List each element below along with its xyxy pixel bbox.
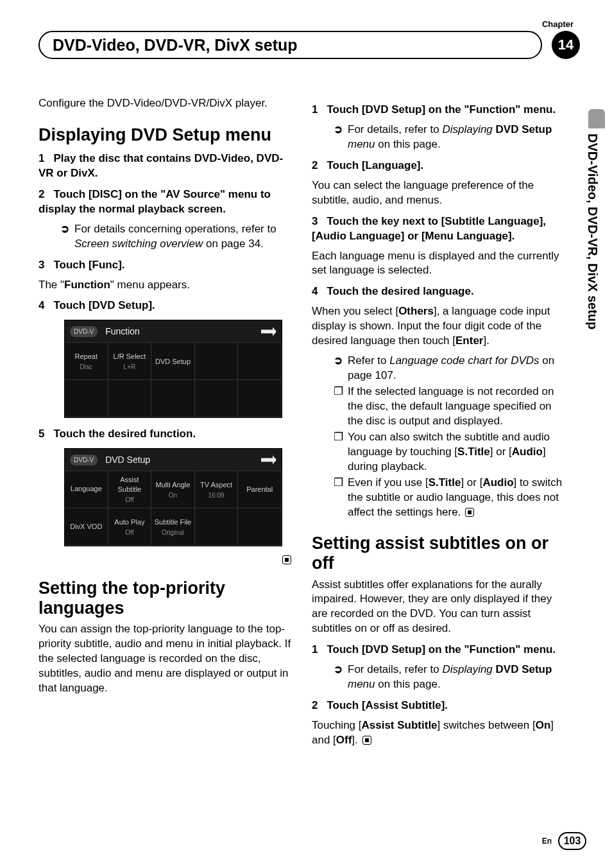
r-step-4-note-c: ❐ Even if you use [S.Title] or [Audio] t…	[334, 476, 568, 520]
pointer-icon: ➲	[334, 123, 348, 152]
ss-cell-dvd-setup[interactable]: DVD Setup	[151, 343, 195, 380]
box-icon: ❐	[334, 385, 348, 429]
ss-cell-empty	[65, 380, 108, 417]
note-text: Even if you use [S.Title] or [Audio] to …	[348, 476, 568, 520]
dvd-setup-menu-screenshot: DVD-V DVD Setup Language Assist Subtitle…	[64, 448, 282, 546]
step-text: Touch [DVD Setup].	[53, 299, 155, 311]
step-text: Touch [Func].	[53, 259, 124, 271]
back-icon[interactable]	[261, 327, 276, 336]
ss-cell-divx-vod[interactable]: DivX VOD	[65, 508, 108, 546]
a-step-1-note: ➲ For details, refer to Displaying DVD S…	[334, 663, 568, 692]
step-text: Touch [Language].	[327, 159, 423, 171]
r-step-4-ref: ➲ Refer to Language code chart for DVDs …	[334, 354, 568, 383]
step-4: 4Touch [DVD Setup].	[38, 299, 295, 313]
step-text: Touch the desired language.	[327, 285, 473, 297]
a-step-1: 1Touch [DVD Setup] on the "Function" men…	[312, 643, 568, 657]
note-text: For details, refer to Displaying DVD Set…	[348, 123, 568, 152]
ss-cell-lr-select[interactable]: L/R SelectL+R	[108, 343, 152, 380]
priority-paragraph: You can assign the top-priority language…	[38, 622, 295, 696]
r-step-1-note: ➲ For details, refer to Displaying DVD S…	[334, 123, 568, 152]
side-tab-notch	[588, 109, 605, 128]
r-step-3-sub: Each language menu is displayed and the …	[312, 249, 568, 279]
heading-displaying-dvd-setup: Displaying DVD Setup menu	[38, 125, 295, 145]
h-part: DVD Setup	[131, 125, 221, 144]
step-text: Touch [Assist Subtitle].	[327, 699, 448, 711]
step-3: 3Touch [Func].	[38, 258, 295, 273]
ss-cell-auto-play[interactable]: Auto PlayOff	[108, 508, 152, 546]
side-tab: DVD-Video, DVD-VR, DivX setup	[585, 109, 608, 392]
note-text: You can also switch the subtitle and aud…	[348, 430, 568, 474]
step-1: 1Play the disc that contains DVD-Video, …	[38, 152, 295, 181]
ss-cell-empty	[195, 343, 239, 380]
ss-title: Function	[105, 326, 140, 338]
heading-assist-subtitles: Setting assist subtitles on or off	[312, 534, 568, 573]
h-part: menu	[221, 125, 272, 144]
back-icon[interactable]	[261, 455, 276, 464]
right-column: 1Touch [DVD Setup] on the "Function" men…	[312, 96, 568, 753]
ss-cell-parental[interactable]: Parental	[238, 471, 282, 508]
pointer-icon: ➲	[60, 222, 74, 252]
pointer-icon: ➲	[334, 354, 348, 383]
left-column: Configure the DVD-Video/DVD-VR/DivX play…	[38, 96, 295, 753]
step-3-sub: The "Function" menu appears.	[38, 278, 295, 293]
r-step-4-note-b: ❐ You can also switch the subtitle and a…	[334, 430, 568, 474]
intro-text: Configure the DVD-Video/DVD-VR/DivX play…	[38, 96, 295, 111]
a-step-2: 2Touch [Assist Subtitle].	[312, 699, 568, 713]
ss-cell-empty	[238, 508, 282, 546]
pointer-icon: ➲	[334, 663, 348, 692]
chapter-label: Chapter	[542, 19, 574, 29]
side-tab-label: DVD-Video, DVD-VR, DivX setup	[585, 128, 600, 385]
note-text: For details, refer to Displaying DVD Set…	[348, 663, 568, 692]
ss-cell-empty	[151, 380, 195, 417]
r-step-2: 2Touch [Language].	[312, 159, 568, 173]
a-step-2-sub: Touching [Assist Subtitle] switches betw…	[312, 718, 568, 748]
note-text: If the selected language is not recorded…	[348, 385, 568, 429]
r-step-4-note-a: ❐ If the selected language is not record…	[334, 385, 568, 429]
step-text: Touch the key next to [Subtitle Language…	[312, 215, 546, 242]
note-text: Refer to Language code chart for DVDs on…	[348, 354, 568, 383]
r-step-2-sub: You can select the language preference o…	[312, 178, 568, 208]
ss-cell-language[interactable]: Language	[65, 471, 108, 508]
chapter-title: DVD-Video, DVD-VR, DivX setup	[38, 31, 542, 59]
box-icon: ❐	[334, 476, 348, 520]
footer-lang: En	[542, 837, 552, 846]
ss-cell-empty	[238, 343, 282, 380]
r-step-1: 1Touch [DVD Setup] on the "Function" men…	[312, 103, 568, 117]
ss-cell-empty	[238, 380, 282, 417]
step-text: Touch [DVD Setup] on the "Function" menu…	[327, 643, 556, 655]
page-header: Chapter DVD-Video, DVD-VR, DivX setup 14	[38, 19, 586, 58]
section-end-icon	[362, 736, 371, 745]
ss-cell-subtitle-file[interactable]: Subtitle FileOriginal	[151, 508, 195, 546]
step-5: 5Touch the desired function.	[38, 427, 295, 442]
ss-mode-badge: DVD-V	[70, 326, 98, 338]
step-text: Touch the desired function.	[53, 428, 196, 440]
section-end-icon	[282, 555, 291, 564]
footer-page-number: 103	[558, 832, 586, 850]
page-footer: En 103	[542, 832, 586, 850]
ss-cell-empty	[195, 380, 239, 417]
chapter-number-badge: 14	[552, 31, 580, 59]
ss-cell-repeat[interactable]: RepeatDisc	[65, 343, 108, 380]
assist-paragraph: Assist subtitles offer explanations for …	[312, 578, 568, 637]
r-step-3: 3Touch the key next to [Subtitle Languag…	[312, 214, 568, 244]
heading-top-priority-languages: Setting the top-priority languages	[38, 578, 295, 618]
step-2: 2Touch [DISC] on the "AV Source" menu to…	[38, 187, 295, 217]
r-step-4: 4Touch the desired language.	[312, 284, 568, 299]
ss-cell-tv-aspect[interactable]: TV Aspect16:09	[195, 471, 239, 508]
step-2-note: ➲ For details concerning operations, ref…	[60, 222, 295, 252]
ss-cell-empty	[108, 380, 152, 417]
step-text: Touch [DISC] on the "AV Source" menu to …	[38, 188, 271, 215]
ss-cell-multi-angle[interactable]: Multi AngleOn	[151, 471, 195, 508]
h-part: Displaying	[38, 125, 131, 144]
function-menu-screenshot: DVD-V Function RepeatDisc L/R SelectL+R …	[64, 320, 282, 418]
ss-title: DVD Setup	[105, 454, 150, 466]
section-end-icon	[465, 508, 474, 517]
ss-mode-badge: DVD-V	[70, 455, 98, 466]
ss-cell-empty	[195, 508, 239, 546]
step-text: Touch [DVD Setup] on the "Function" menu…	[327, 103, 556, 116]
r-step-4-sub: When you select [Others], a language cod…	[312, 304, 568, 349]
box-icon: ❐	[334, 430, 348, 474]
note-text: For details concerning operations, refer…	[74, 222, 295, 252]
ss-cell-assist-subtitle[interactable]: Assist SubtitleOff	[108, 471, 152, 508]
step-text: Play the disc that contains DVD-Video, D…	[38, 152, 283, 179]
